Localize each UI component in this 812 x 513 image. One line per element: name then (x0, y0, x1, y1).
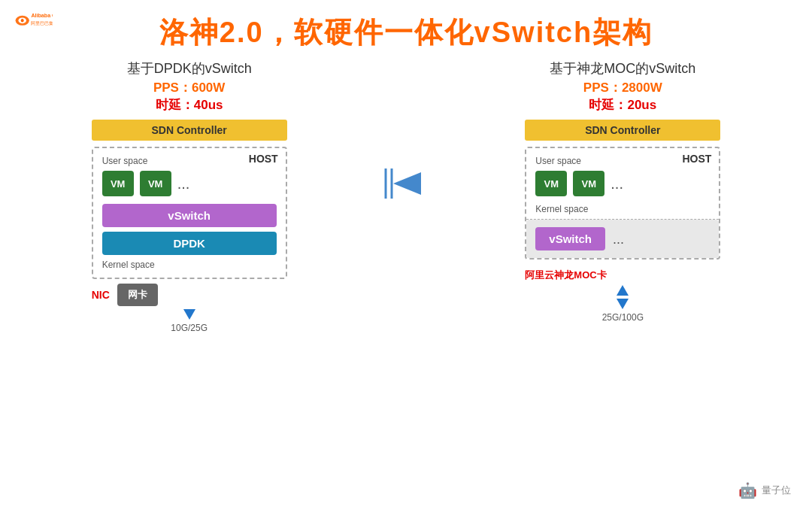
left-subtitle: 基于DPDK的vSwitch (127, 59, 252, 77)
left-dpdk: DPDK (102, 232, 277, 255)
svg-text:Alibaba Group: Alibaba Group (31, 13, 53, 19)
right-latency: 时延：20us (589, 96, 656, 114)
right-dots: ... (611, 176, 623, 191)
right-vswitch: vSwitch (535, 227, 605, 250)
right-moc-dots: ... (613, 232, 624, 246)
watermark-text: 量子位 (762, 484, 791, 497)
watermark-icon: 🤖 (738, 481, 757, 499)
svg-point-2 (21, 19, 24, 23)
center-arrow-svg (380, 165, 432, 202)
left-nic-card: 网卡 (117, 284, 158, 306)
left-host-label: HOST (249, 153, 278, 165)
right-kernel-space: Kernel space (535, 204, 710, 214)
right-nic-speed: 25G/100G (602, 312, 644, 323)
right-sdn-bar: SDN Controller (525, 120, 720, 141)
left-dots: ... (177, 176, 190, 191)
svg-text:阿里巴巴集团: 阿里巴巴集团 (31, 21, 53, 26)
right-vm1: VM (535, 171, 567, 196)
svg-marker-7 (393, 172, 421, 195)
right-pps: PPS：2800W (583, 79, 662, 96)
left-nic-label-row: NIC 网卡 (92, 284, 287, 306)
left-vm2: VM (140, 171, 171, 196)
left-latency: 时延：40us (156, 96, 223, 114)
left-kernel-space: Kernel space (102, 260, 277, 270)
right-moc-label: 阿里云神龙MOC卡 (525, 269, 606, 282)
right-host-box: HOST User space VM VM ... Kernel space v… (525, 147, 720, 260)
right-moc-box: vSwitch ... (526, 220, 719, 258)
left-vm1: VM (102, 171, 134, 196)
left-vm-row: VM VM ... (102, 171, 277, 196)
left-nic-area: NIC 网卡 10G/25G (92, 284, 287, 333)
left-nic-text: NIC (92, 289, 110, 301)
left-pps: PPS：600W (153, 79, 225, 96)
right-nic-area: 阿里云神龙MOC卡 25G/100G (525, 264, 720, 323)
right-subtitle: 基于神龙MOC的vSwitch (550, 59, 695, 77)
left-diagram: 基于DPDK的vSwitch PPS：600W 时延：40us SDN Cont… (47, 59, 332, 333)
center-arrow (380, 165, 432, 202)
left-host-box: HOST User space VM VM ... vSwitch DPDK K… (92, 147, 287, 279)
alibaba-logo-icon: Alibaba Group 阿里巴巴集团 (14, 9, 53, 30)
watermark: 🤖 量子位 (738, 481, 791, 499)
right-nic-arrow-down (617, 299, 629, 309)
right-diagram: 基于神龙MOC的vSwitch PPS：2800W 时延：20us SDN Co… (480, 59, 765, 323)
right-vm2: VM (573, 171, 604, 196)
right-host-label: HOST (682, 153, 711, 165)
main-title: 洛神2.0，软硬件一体化vSwitch架构 (0, 0, 812, 52)
right-vm-row: VM VM ... (535, 171, 710, 196)
left-nic-speed: 10G/25G (171, 323, 208, 333)
logo-area: Alibaba Group 阿里巴巴集团 (14, 9, 53, 30)
left-sdn-bar: SDN Controller (92, 120, 287, 141)
left-vswitch: vSwitch (102, 204, 277, 227)
content-area: 基于DPDK的vSwitch PPS：600W 时延：40us SDN Cont… (0, 52, 812, 333)
right-nic-arrow-up (617, 285, 629, 296)
right-host-inner-top: HOST User space VM VM ... Kernel space (526, 148, 719, 220)
left-nic-arrow (183, 309, 195, 320)
